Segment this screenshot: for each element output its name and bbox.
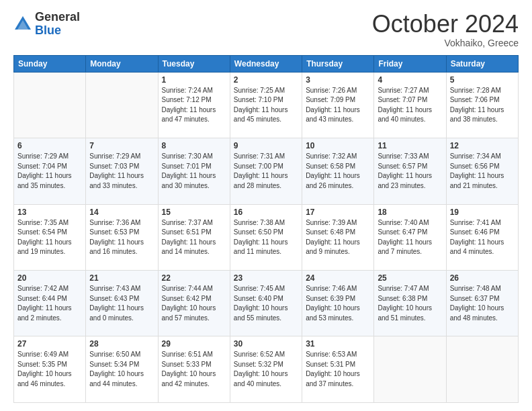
day-number: 25 <box>378 273 442 283</box>
sunset-text: Sunset: 6:39 PM <box>306 295 355 302</box>
daylight-text: Daylight: 10 hours and 42 minutes. <box>162 370 216 387</box>
sunrise-text: Sunrise: 7:35 AM <box>17 219 69 226</box>
day-info: Sunrise: 7:44 AM Sunset: 6:42 PM Dayligh… <box>162 284 226 323</box>
day-number: 20 <box>17 273 82 283</box>
sunrise-text: Sunrise: 6:51 AM <box>162 351 213 358</box>
sunset-text: Sunset: 7:09 PM <box>306 96 355 103</box>
sunrise-text: Sunrise: 7:41 AM <box>450 219 501 226</box>
sunset-text: Sunset: 6:46 PM <box>450 228 500 236</box>
logo-text: General Blue <box>35 11 80 38</box>
day-info: Sunrise: 7:34 AM Sunset: 6:56 PM Dayligh… <box>450 152 515 191</box>
table-row: 2 Sunrise: 7:25 AM Sunset: 7:10 PM Dayli… <box>230 72 302 138</box>
calendar-table: Sunday Monday Tuesday Wednesday Thursday… <box>13 55 519 403</box>
sunset-text: Sunset: 7:07 PM <box>378 96 427 103</box>
day-info: Sunrise: 7:25 AM Sunset: 7:10 PM Dayligh… <box>234 86 298 125</box>
day-number: 29 <box>162 339 226 349</box>
table-row: 17 Sunrise: 7:39 AM Sunset: 6:48 PM Dayl… <box>302 204 374 270</box>
table-row: 15 Sunrise: 7:37 AM Sunset: 6:51 PM Dayl… <box>158 204 230 270</box>
daylight-text: Daylight: 11 hours and 16 minutes. <box>89 238 144 256</box>
sunrise-text: Sunrise: 7:47 AM <box>378 285 429 292</box>
daylight-text: Daylight: 11 hours and 35 minutes. <box>17 172 72 189</box>
day-number: 10 <box>306 141 370 150</box>
day-info: Sunrise: 7:47 AM Sunset: 6:38 PM Dayligh… <box>378 284 442 323</box>
day-info: Sunrise: 7:24 AM Sunset: 7:12 PM Dayligh… <box>162 86 226 125</box>
logo-blue: Blue <box>35 24 80 38</box>
sunrise-text: Sunrise: 7:26 AM <box>306 87 357 94</box>
calendar-header-row: Sunday Monday Tuesday Wednesday Thursday… <box>14 55 519 72</box>
sunrise-text: Sunrise: 7:29 AM <box>17 152 69 160</box>
day-number: 2 <box>234 75 298 85</box>
title-area: October 2024 Vokhaiko, Greece <box>372 11 519 48</box>
table-row: 22 Sunrise: 7:44 AM Sunset: 6:42 PM Dayl… <box>158 271 230 336</box>
table-row: 19 Sunrise: 7:41 AM Sunset: 6:46 PM Dayl… <box>446 204 518 270</box>
table-row: 7 Sunrise: 7:29 AM Sunset: 7:03 PM Dayli… <box>86 138 158 204</box>
sunset-text: Sunset: 7:03 PM <box>89 163 139 170</box>
sunrise-text: Sunrise: 7:33 AM <box>378 152 429 160</box>
day-info: Sunrise: 7:29 AM Sunset: 7:03 PM Dayligh… <box>89 152 154 191</box>
day-number: 12 <box>450 141 515 150</box>
sunset-text: Sunset: 5:34 PM <box>89 361 139 368</box>
daylight-text: Daylight: 11 hours and 38 minutes. <box>450 106 504 124</box>
day-info: Sunrise: 6:50 AM Sunset: 5:34 PM Dayligh… <box>89 350 154 389</box>
day-number: 13 <box>17 208 82 217</box>
sunset-text: Sunset: 6:37 PM <box>450 295 500 302</box>
sunrise-text: Sunrise: 7:30 AM <box>162 152 213 160</box>
sunrise-text: Sunrise: 6:49 AM <box>17 351 69 358</box>
header: General Blue October 2024 Vokhaiko, Gree… <box>13 11 519 48</box>
daylight-text: Daylight: 11 hours and 33 minutes. <box>89 172 144 189</box>
sunset-text: Sunset: 7:01 PM <box>162 163 212 170</box>
table-row <box>14 72 86 138</box>
daylight-text: Daylight: 10 hours and 46 minutes. <box>17 370 72 387</box>
calendar-week-row: 27 Sunrise: 6:49 AM Sunset: 5:35 PM Dayl… <box>14 336 519 403</box>
sunrise-text: Sunrise: 7:28 AM <box>450 87 501 94</box>
sunset-text: Sunset: 6:57 PM <box>378 163 427 170</box>
day-info: Sunrise: 7:37 AM Sunset: 6:51 PM Dayligh… <box>162 218 226 257</box>
day-number: 3 <box>306 75 370 85</box>
col-wednesday: Wednesday <box>230 55 302 72</box>
daylight-text: Daylight: 11 hours and 43 minutes. <box>306 106 360 124</box>
daylight-text: Daylight: 11 hours and 19 minutes. <box>17 238 72 256</box>
sunset-text: Sunset: 6:53 PM <box>89 228 139 236</box>
location: Vokhaiko, Greece <box>372 38 519 48</box>
table-row: 29 Sunrise: 6:51 AM Sunset: 5:33 PM Dayl… <box>158 336 230 403</box>
calendar-week-row: 20 Sunrise: 7:42 AM Sunset: 6:44 PM Dayl… <box>14 271 519 336</box>
page: General Blue October 2024 Vokhaiko, Gree… <box>0 0 532 411</box>
sunset-text: Sunset: 7:04 PM <box>17 163 67 170</box>
daylight-text: Daylight: 10 hours and 57 minutes. <box>162 304 216 322</box>
day-info: Sunrise: 6:49 AM Sunset: 5:35 PM Dayligh… <box>17 350 82 389</box>
sunset-text: Sunset: 6:38 PM <box>378 295 427 302</box>
day-number: 8 <box>162 141 226 150</box>
sunrise-text: Sunrise: 7:46 AM <box>306 285 357 292</box>
day-info: Sunrise: 7:45 AM Sunset: 6:40 PM Dayligh… <box>234 284 298 323</box>
sunrise-text: Sunrise: 7:42 AM <box>17 285 69 292</box>
day-number: 21 <box>89 273 154 283</box>
table-row: 4 Sunrise: 7:27 AM Sunset: 7:07 PM Dayli… <box>374 72 446 138</box>
day-info: Sunrise: 7:32 AM Sunset: 6:58 PM Dayligh… <box>306 152 370 191</box>
day-number: 9 <box>234 141 298 150</box>
daylight-text: Daylight: 11 hours and 45 minutes. <box>234 106 288 124</box>
sunset-text: Sunset: 5:31 PM <box>306 361 355 368</box>
day-info: Sunrise: 7:27 AM Sunset: 7:07 PM Dayligh… <box>378 86 442 125</box>
day-info: Sunrise: 7:36 AM Sunset: 6:53 PM Dayligh… <box>89 218 154 257</box>
sunset-text: Sunset: 6:47 PM <box>378 228 427 236</box>
daylight-text: Daylight: 11 hours and 0 minutes. <box>89 304 144 322</box>
calendar-week-row: 6 Sunrise: 7:29 AM Sunset: 7:04 PM Dayli… <box>14 138 519 204</box>
sunset-text: Sunset: 7:00 PM <box>234 163 283 170</box>
sunset-text: Sunset: 7:12 PM <box>162 96 212 103</box>
table-row: 12 Sunrise: 7:34 AM Sunset: 6:56 PM Dayl… <box>446 138 518 204</box>
table-row: 11 Sunrise: 7:33 AM Sunset: 6:57 PM Dayl… <box>374 138 446 204</box>
col-monday: Monday <box>86 55 158 72</box>
table-row <box>446 336 518 403</box>
daylight-text: Daylight: 11 hours and 4 minutes. <box>450 238 504 256</box>
table-row: 6 Sunrise: 7:29 AM Sunset: 7:04 PM Dayli… <box>14 138 86 204</box>
sunrise-text: Sunrise: 7:43 AM <box>89 285 140 292</box>
table-row: 8 Sunrise: 7:30 AM Sunset: 7:01 PM Dayli… <box>158 138 230 204</box>
daylight-text: Daylight: 10 hours and 53 minutes. <box>306 304 360 322</box>
daylight-text: Daylight: 11 hours and 14 minutes. <box>162 238 216 256</box>
col-thursday: Thursday <box>302 55 374 72</box>
table-row: 1 Sunrise: 7:24 AM Sunset: 7:12 PM Dayli… <box>158 72 230 138</box>
sunset-text: Sunset: 6:58 PM <box>306 163 355 170</box>
sunrise-text: Sunrise: 7:34 AM <box>450 152 501 160</box>
day-info: Sunrise: 7:39 AM Sunset: 6:48 PM Dayligh… <box>306 218 370 257</box>
table-row: 28 Sunrise: 6:50 AM Sunset: 5:34 PM Dayl… <box>86 336 158 403</box>
